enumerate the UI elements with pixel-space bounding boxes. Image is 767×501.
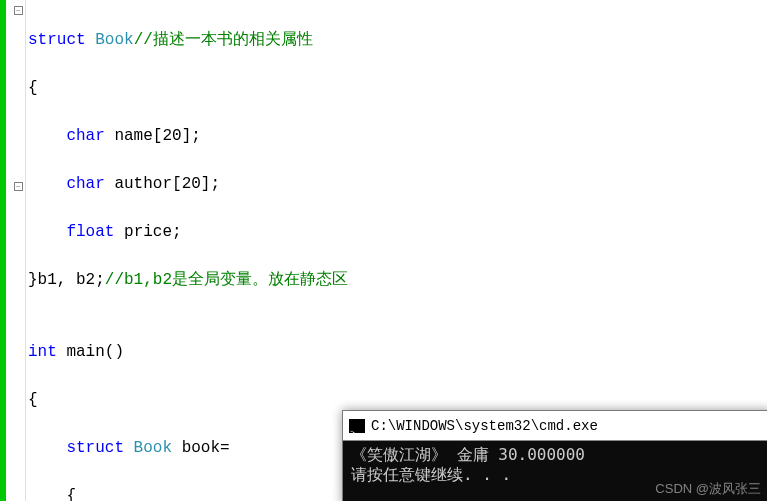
declarator: author[20]; xyxy=(105,175,220,193)
keyword-float: float xyxy=(66,223,114,241)
var-decl: book= xyxy=(172,439,230,457)
code-line: int main() xyxy=(28,340,614,364)
type-book: Book xyxy=(124,439,172,457)
indent xyxy=(28,175,66,193)
func-sig: main() xyxy=(57,343,124,361)
brace: { xyxy=(28,487,76,501)
indent xyxy=(28,223,66,241)
fold-toggle-icon[interactable]: − xyxy=(14,182,23,191)
code-line: float price; xyxy=(28,220,614,244)
terminal-titlebar[interactable]: C:\WINDOWS\system32\cmd.exe xyxy=(343,411,767,441)
declarator: name[20]; xyxy=(105,127,201,145)
keyword-char: char xyxy=(66,175,104,193)
output-line: 《笑傲江湖》 金庸 30.000000 xyxy=(351,445,763,465)
code-line: char name[20]; xyxy=(28,124,614,148)
code-line: char author[20]; xyxy=(28,172,614,196)
keyword-struct: struct xyxy=(66,439,124,457)
brace: { xyxy=(28,391,38,409)
code-line: { xyxy=(28,388,614,412)
comment: //描述一本书的相关属性 xyxy=(134,31,313,49)
fold-column: − − xyxy=(12,0,26,501)
type-book: Book xyxy=(86,31,134,49)
keyword-char: char xyxy=(66,127,104,145)
indent xyxy=(28,127,66,145)
keyword-struct: struct xyxy=(28,31,86,49)
code-line: struct Book//描述一本书的相关属性 xyxy=(28,28,614,52)
terminal-title-text: C:\WINDOWS\system32\cmd.exe xyxy=(371,411,598,441)
terminal-window[interactable]: C:\WINDOWS\system32\cmd.exe 《笑傲江湖》 金庸 30… xyxy=(342,410,767,501)
watermark-text: CSDN @波风张三 xyxy=(655,480,761,498)
comment: //b1,b2是全局变量。放在静态区 xyxy=(105,271,348,289)
struct-tail: }b1, b2; xyxy=(28,271,105,289)
indent xyxy=(28,439,66,457)
cmd-icon xyxy=(349,419,365,433)
keyword-int: int xyxy=(28,343,57,361)
code-line: { xyxy=(28,76,614,100)
brace: { xyxy=(28,79,38,97)
code-line: }b1, b2;//b1,b2是全局变量。放在静态区 xyxy=(28,268,614,292)
declarator: price; xyxy=(114,223,181,241)
fold-toggle-icon[interactable]: − xyxy=(14,6,23,15)
